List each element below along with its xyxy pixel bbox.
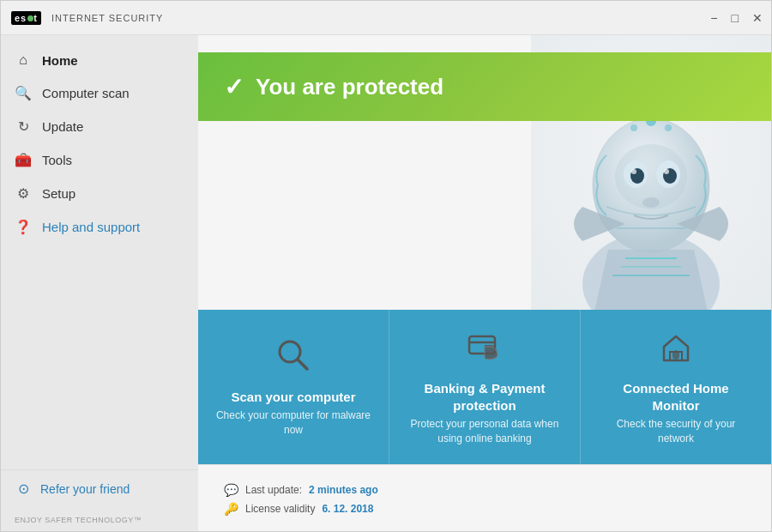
window-controls: − □ ✕ [710,12,763,24]
last-update-status: 💬 Last update: 2 minutes ago [224,483,745,497]
feature-scan-title: Scan your computer [231,389,355,406]
svg-point-11 [664,169,669,174]
feature-home-desc: Check the security of your network [598,417,754,446]
help-circle-icon: ❓ [15,219,32,235]
check-icon: ✓ [224,73,244,101]
tagline: ENJOY SAFER TECHNOLOGY™ [1,507,198,532]
home-icon: ⌂ [15,52,32,68]
sidebar-item-tools-label: Tools [42,153,72,167]
search-icon: 🔍 [15,85,32,101]
feature-cards: Scan your computer Check your computer f… [198,310,771,464]
update-icon: 💬 [224,483,238,497]
key-icon: 🔑 [224,502,238,516]
license-status: 🔑 License validity 6. 12. 2018 [224,502,745,516]
gift-icon: ⊙ [15,481,32,497]
sidebar-item-update[interactable]: ↻ Update [1,110,198,143]
sidebar-item-computer-scan[interactable]: 🔍 Computer scan [1,76,198,110]
sidebar-item-setup[interactable]: ⚙ Setup [1,177,198,210]
sidebar-item-help-support-label: Help and support [42,220,140,234]
sidebar-item-home[interactable]: ⌂ Home [1,44,198,76]
status-bar: 💬 Last update: 2 minutes ago 🔑 License v… [198,464,771,532]
license-label: License validity [245,503,315,515]
app-name: INTERNET SECURITY [51,13,163,23]
svg-point-12 [642,197,660,208]
feature-card-home-monitor[interactable]: Connected Home Monitor Check the securit… [581,310,771,464]
minimize-button[interactable]: − [710,12,717,24]
app-logo: est INTERNET SECURITY [11,11,163,25]
magnify-icon [274,336,312,382]
feature-banking-desc: Protect your personal data when using on… [407,417,563,446]
protected-banner: ✓ You are protected [198,52,771,121]
sidebar-item-computer-scan-label: Computer scan [42,86,130,100]
svg-line-17 [298,360,307,369]
sidebar-spacer [1,244,198,469]
feature-banking-title: Banking & Payment protection [407,380,563,414]
sidebar-item-home-label: Home [42,53,78,68]
feature-home-title: Connected Home Monitor [598,380,754,414]
svg-point-10 [631,169,636,174]
sidebar: ⌂ Home 🔍 Computer scan ↻ Update 🧰 Tools … [1,35,198,532]
sidebar-item-setup-label: Setup [42,186,75,201]
last-update-value: 2 minutes ago [309,484,378,496]
card-shield-icon [466,328,504,373]
last-update-label: Last update: [245,484,302,496]
content-area: ✓ You are protected Scan your computer C… [198,35,771,532]
close-button[interactable]: ✕ [752,12,763,24]
sidebar-item-help-support[interactable]: ❓ Help and support [1,210,198,244]
license-value: 6. 12. 2018 [322,503,373,515]
home-shield-icon [657,328,695,373]
titlebar: est INTERNET SECURITY − □ ✕ [1,1,771,35]
sidebar-item-tools[interactable]: 🧰 Tools [1,143,198,177]
feature-card-banking[interactable]: Banking & Payment protection Protect you… [389,310,581,464]
main-layout: ⌂ Home 🔍 Computer scan ↻ Update 🧰 Tools … [1,35,771,532]
feature-scan-desc: Check your computer for malware now [215,408,371,438]
svg-point-14 [630,124,637,131]
refer-friend-label: Refer your friend [40,482,130,496]
refresh-icon: ↻ [15,118,32,135]
refer-friend-button[interactable]: ⊙ Refer your friend [1,469,198,507]
gear-icon: ⚙ [15,185,32,202]
tagline-text: ENJOY SAFER TECHNOLOGY™ [15,516,142,524]
feature-card-scan[interactable]: Scan your computer Check your computer f… [198,310,389,464]
sidebar-item-update-label: Update [42,119,83,134]
maximize-button[interactable]: □ [732,12,739,24]
briefcase-icon: 🧰 [15,152,32,168]
protected-text: You are protected [256,74,443,100]
svg-point-15 [665,124,672,131]
eset-logo-text: est [11,11,41,25]
